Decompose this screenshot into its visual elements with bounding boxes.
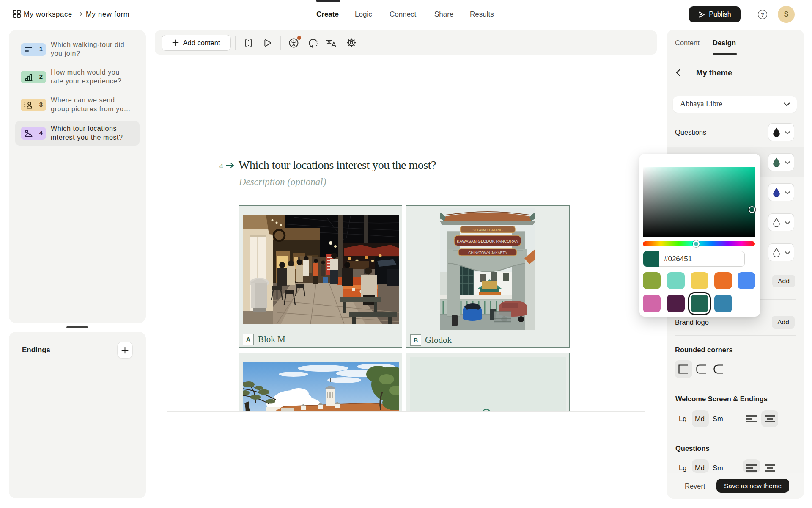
svg-text:KAWASAN GLODOK PANCORAN: KAWASAN GLODOK PANCORAN [457,239,518,243]
svg-text:CHINATOWN JAKARTA: CHINATOWN JAKARTA [468,251,507,255]
svg-text:SELAMAT DATANG: SELAMAT DATANG [473,228,503,232]
